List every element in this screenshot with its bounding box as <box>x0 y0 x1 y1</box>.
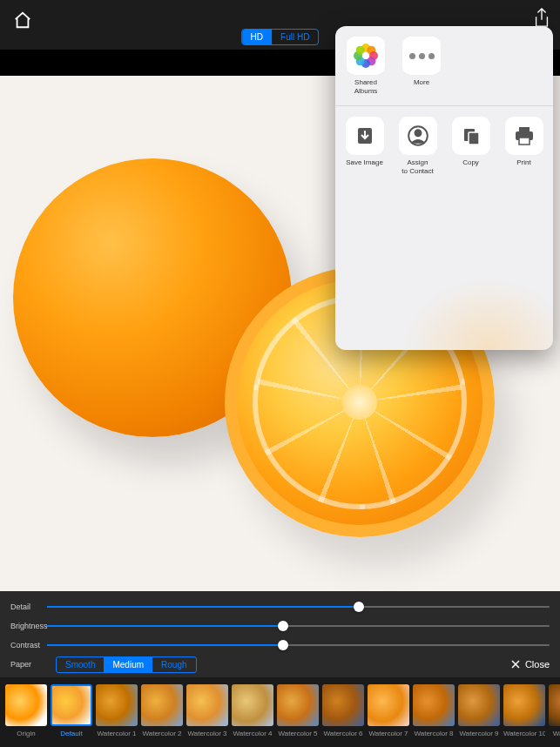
filter-thumb <box>322 684 364 726</box>
filter-thumb <box>277 684 319 726</box>
paper-medium[interactable]: Medium <box>104 657 152 672</box>
close-button[interactable]: Close <box>509 658 550 670</box>
copy-icon <box>452 117 490 155</box>
share-app-label: More <box>400 78 443 87</box>
filter-wc9[interactable]: Watercolor 9 <box>458 684 500 747</box>
filter-strip[interactable]: OriginDefaultWatercolor 1Watercolor 2Wat… <box>0 677 560 747</box>
filter-label: Origin <box>5 730 47 737</box>
filter-thumb <box>368 684 409 726</box>
filter-wc1[interactable]: Watercolor 1 <box>96 684 138 747</box>
detail-row: Detail <box>10 597 550 616</box>
filter-wc10[interactable]: Watercolor 10 <box>503 684 545 747</box>
quality-toggle: HD Full HD <box>241 29 320 45</box>
share-action-print[interactable]: Print <box>503 117 544 167</box>
paper-smooth[interactable]: Smooth <box>57 657 104 672</box>
svg-rect-7 <box>519 138 530 145</box>
download-icon <box>346 117 384 155</box>
filter-thumb <box>5 684 47 726</box>
filter-thumb <box>503 684 545 726</box>
svg-point-2 <box>415 130 421 136</box>
adjustments-panel: Detail Brightness Contrast Paper Smooth … <box>0 591 560 678</box>
share-app-shared-albums[interactable]: Shared Albums <box>344 37 388 95</box>
photos-icon <box>347 37 385 75</box>
filter-wc3[interactable]: Watercolor 3 <box>186 684 228 747</box>
paper-segmented: Smooth Medium Rough <box>56 656 197 673</box>
share-action-label: Copy <box>450 158 491 167</box>
filter-thumb <box>141 684 183 726</box>
share-action-label: Assign to Contact <box>397 158 438 175</box>
contrast-row: Contrast <box>10 636 550 655</box>
filter-label: Watercolor 1 <box>96 730 138 737</box>
brightness-row: Brightness <box>10 616 550 636</box>
share-app-more[interactable]: More <box>400 37 443 95</box>
filter-label: Watercolor 10 <box>503 730 545 737</box>
close-label: Close <box>525 659 550 670</box>
paper-row: Paper Smooth Medium Rough Close <box>10 655 550 674</box>
share-app-label: Shared Albums <box>344 78 388 95</box>
filter-thumb <box>96 684 138 726</box>
share-action-label: Save Image <box>344 158 385 167</box>
filter-label: Watercolor 4 <box>232 730 273 737</box>
contrast-slider[interactable] <box>47 644 550 646</box>
paper-rough[interactable]: Rough <box>152 657 195 672</box>
share-actions-row: Save Image Assign to Contact Copy Print <box>335 106 553 350</box>
filter-thumb <box>458 684 500 726</box>
share-action-label: Print <box>503 158 544 167</box>
filter-thumb <box>232 684 273 726</box>
quality-hd[interactable]: HD <box>242 30 272 44</box>
filter-label: Watercolor 8 <box>413 730 455 737</box>
filter-label: Watercolor 9 <box>458 730 500 737</box>
filter-thumb <box>51 684 92 726</box>
filter-label: Default <box>51 730 92 737</box>
close-icon <box>509 658 522 670</box>
filter-wc6[interactable]: Watercolor 6 <box>322 684 364 747</box>
filter-label: Watercolor <box>549 730 560 737</box>
more-icon <box>402 37 441 75</box>
filter-label: Watercolor 2 <box>141 730 183 737</box>
filter-thumb <box>549 684 560 726</box>
share-sheet: Shared Albums More Save Image Assign to … <box>335 26 553 350</box>
share-action-assign-contact[interactable]: Assign to Contact <box>397 117 438 175</box>
contact-icon <box>399 117 437 155</box>
filter-label: Watercolor 6 <box>322 730 364 737</box>
contrast-label: Contrast <box>10 641 47 649</box>
filter-label: Watercolor 7 <box>368 730 409 737</box>
filter-wc7[interactable]: Watercolor 7 <box>368 684 409 747</box>
detail-slider[interactable] <box>47 606 550 608</box>
paper-label: Paper <box>10 660 47 669</box>
share-action-save-image[interactable]: Save Image <box>344 117 385 167</box>
filter-default[interactable]: Default <box>51 684 92 747</box>
svg-rect-6 <box>519 127 530 132</box>
brightness-label: Brightness <box>10 622 47 630</box>
brightness-slider[interactable] <box>47 625 550 627</box>
filter-label: Watercolor 5 <box>277 730 319 737</box>
printer-icon <box>505 117 543 155</box>
quality-fullhd[interactable]: Full HD <box>272 30 318 44</box>
filter-wc11[interactable]: Watercolor <box>549 684 560 747</box>
share-apps-row: Shared Albums More <box>335 26 553 106</box>
filter-wc8[interactable]: Watercolor 8 <box>413 684 455 747</box>
filter-wc4[interactable]: Watercolor 4 <box>232 684 273 747</box>
filter-thumb <box>413 684 455 726</box>
svg-rect-4 <box>469 132 479 145</box>
filter-wc2[interactable]: Watercolor 2 <box>141 684 183 747</box>
detail-label: Detail <box>10 602 47 611</box>
filter-thumb <box>186 684 228 726</box>
filter-origin[interactable]: Origin <box>5 684 47 747</box>
filter-label: Watercolor 3 <box>186 730 228 737</box>
home-icon[interactable] <box>13 10 32 33</box>
filter-wc5[interactable]: Watercolor 5 <box>277 684 319 747</box>
share-action-copy[interactable]: Copy <box>450 117 491 167</box>
